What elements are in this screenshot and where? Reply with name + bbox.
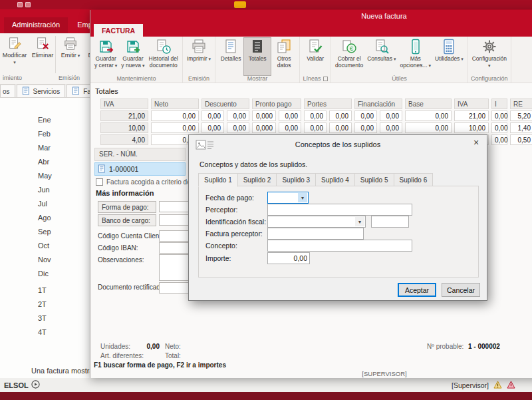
identificaci-n-fiscal-input[interactable] — [371, 216, 409, 228]
perceptor-input[interactable] — [267, 204, 412, 216]
calendar-item-mar[interactable]: Mar — [0, 141, 90, 155]
tab-factura[interactable]: FACTURA — [94, 24, 143, 37]
ribbon-button-detalles[interactable]: Detalles — [217, 38, 244, 75]
calendar-item-ago[interactable]: Ago — [0, 211, 90, 225]
calendar-item-3t[interactable]: 3T — [0, 311, 90, 325]
totals-cell-r0-c2[interactable]: 0,00 — [201, 110, 224, 121]
totals-cell-r1-c7[interactable]: 0,00 — [329, 122, 352, 133]
tab-suplido-1[interactable]: Suplido 1 — [198, 173, 238, 187]
alert-icon[interactable] — [507, 381, 515, 390]
quick-access-icon-2[interactable] — [25, 2, 31, 7]
totals-cell-r1-c9[interactable]: 0,00 — [380, 122, 402, 133]
dialog-launcher-icon[interactable] — [323, 77, 328, 81]
calendar-item-sep[interactable]: Sep — [0, 225, 90, 239]
calendar-item-dic[interactable]: Dic — [0, 267, 90, 281]
toolbar-button-eliminar[interactable]: Eliminar — [29, 35, 56, 67]
totals-cell-r1-c12[interactable]: 0,00 — [491, 122, 507, 133]
calendar-item-abr[interactable]: Abr — [0, 155, 90, 169]
aceptar-button[interactable]: Aceptar — [398, 283, 436, 297]
totals-cell-r0-c13[interactable]: 5,20 — [510, 110, 532, 121]
iban-label: Código IBAN: — [98, 244, 138, 252]
doc-tab-partial[interactable]: os — [0, 85, 15, 97]
calendar-item-may[interactable]: May — [0, 169, 90, 183]
totals-header-i-8: I — [491, 99, 507, 109]
totals-cell-r0-c7[interactable]: 0,00 — [329, 110, 352, 121]
calendar-item-2t[interactable]: 2T — [0, 298, 90, 311]
calendar-item-4t[interactable]: 4T — [0, 325, 90, 339]
calendar-item-feb[interactable]: Feb — [0, 127, 90, 141]
totals-cell-r1-c8[interactable]: 0,00 — [354, 122, 377, 133]
ribbon-button-m-s-opciones[interactable]: Más opciones... ▾ — [398, 38, 433, 75]
totals-cell-r1-c1[interactable]: 0,00 — [151, 122, 199, 133]
field-label-factura-perceptor: Factura perceptor: — [205, 230, 263, 238]
invoice-list-item-selected[interactable]: 1-000001 — [94, 162, 186, 176]
ribbon-button-configuraci-n[interactable]: Configuración ▾ — [470, 38, 509, 75]
calendar-item-ene[interactable]: Ene — [0, 113, 90, 127]
cancelar-button[interactable]: Cancelar — [442, 283, 480, 297]
totals-cell-r1-c2[interactable]: 0,00 — [201, 122, 224, 133]
totals-header-re-9: RE — [510, 99, 532, 109]
ribbon-button-imprimir[interactable]: Imprimir ▾ — [185, 38, 213, 75]
factura-perceptor-input[interactable] — [267, 228, 364, 240]
ribbon-button-guardar-y-nueva[interactable]: Guardar y nueva ▾ — [119, 38, 146, 75]
totals-cell-r1-c11[interactable]: 10,00 — [454, 122, 489, 133]
tab-suplido-4[interactable]: Suplido 4 — [316, 173, 355, 186]
menu-tab-administracion[interactable]: Administración — [4, 17, 68, 33]
ribbon-button-historial-del-documento[interactable]: Historial del documento — [147, 38, 180, 75]
toolbar-button-modificar[interactable]: Modificar ▾ — [1, 35, 28, 67]
fecha-de-pago-combo[interactable]: ▾ — [267, 192, 309, 204]
document-icon — [22, 87, 31, 97]
totals-cell-r1-c3[interactable]: 0,00 — [227, 122, 249, 133]
play-circle-icon[interactable] — [31, 380, 40, 390]
calendar-item-nov[interactable]: Nov — [0, 253, 90, 267]
totals-header-base-6: Base — [405, 99, 452, 109]
identificaci-n-fiscal-combo[interactable]: ▾ — [267, 216, 366, 228]
ribbon-button-guardar-y-cerrar[interactable]: Guardar y cerrar ▾ — [92, 38, 119, 75]
ribbon-button-validar[interactable]: Validar — [302, 38, 329, 75]
totals-cell-r0-c1[interactable]: 0,00 — [151, 110, 199, 121]
ribbon-group-configuraci-n: Configuración ▾Configuración — [468, 37, 511, 83]
field-label-perceptor: Perceptor: — [205, 206, 237, 214]
totals-cell-r2-c13[interactable]: 0,50 — [510, 134, 532, 145]
banco-de-cargo-button[interactable]: Banco de cargo: — [98, 214, 156, 226]
totals-cell-r0-c12[interactable]: 0,00 — [491, 110, 507, 121]
forma-de-pago-button[interactable]: Forma de pago: — [98, 201, 156, 213]
doc-tab-servicios[interactable]: Servicios — [17, 85, 66, 97]
ribbon-button-utilidades[interactable]: Utilidades ▾ — [433, 38, 466, 75]
ribbon-button-totales[interactable]: Totales — [244, 38, 271, 75]
totals-cell-r1-c6[interactable]: 0,00 — [304, 122, 327, 133]
series-number-header[interactable]: SER. - NÚM. — [94, 148, 186, 161]
totals-cell-r0-c9[interactable]: 0,00 — [380, 110, 402, 121]
totals-cell-r2-c12[interactable]: 0,00 — [491, 134, 507, 145]
tab-suplido-6[interactable]: Suplido 6 — [394, 173, 434, 186]
totals-cell-r1-c10[interactable]: 0,00 — [405, 122, 452, 133]
totals-cell-r0-c11[interactable]: 21,00 — [454, 110, 489, 121]
ribbon-button-otros-datos[interactable]: Otros datos — [271, 38, 297, 75]
calendar-item-jun[interactable]: Jun — [0, 183, 90, 197]
totals-cell-r0-c10[interactable]: 0,00 — [405, 110, 452, 121]
totals-cell-r0-c6[interactable]: 0,00 — [304, 110, 327, 121]
warning-icon[interactable] — [493, 381, 502, 390]
totals-cell-r1-c5[interactable]: 0,00 — [279, 122, 301, 133]
checkbox-icon[interactable] — [96, 178, 103, 186]
toolbar-button-emitir[interactable]: Emitir ▾ — [57, 35, 84, 67]
ribbon-button-cobrar-el-documento[interactable]: €Cobrar el documento — [333, 38, 365, 75]
totals-cell-r1-c13[interactable]: 1,40 — [510, 122, 532, 133]
tab-suplido-3[interactable]: Suplido 3 — [277, 173, 316, 186]
ribbon-button-consultas[interactable]: Consultas ▾ — [365, 38, 398, 75]
quick-access-icon-1[interactable] — [17, 2, 23, 7]
totals-cell-r0-c5[interactable]: 0,00 — [279, 110, 301, 121]
totals-icon — [249, 39, 265, 56]
importe-input[interactable] — [267, 252, 310, 264]
calendar-item-oct[interactable]: Oct — [0, 239, 90, 253]
concepto-input[interactable] — [267, 240, 412, 252]
totals-cell-r0-c3[interactable]: 0,00 — [227, 110, 249, 121]
close-icon[interactable]: × — [469, 137, 483, 149]
calendar-item-1t[interactable]: 1T — [0, 284, 90, 298]
calendar-item-jul[interactable]: Jul — [0, 197, 90, 211]
tab-suplido-2[interactable]: Suplido 2 — [238, 173, 277, 186]
totals-cell-r1-c4[interactable]: 0,000 — [252, 122, 276, 133]
totals-cell-r0-c4[interactable]: 0,000 — [252, 110, 276, 121]
tab-suplido-5[interactable]: Suplido 5 — [355, 173, 394, 186]
totals-cell-r0-c8[interactable]: 0,00 — [354, 110, 377, 121]
